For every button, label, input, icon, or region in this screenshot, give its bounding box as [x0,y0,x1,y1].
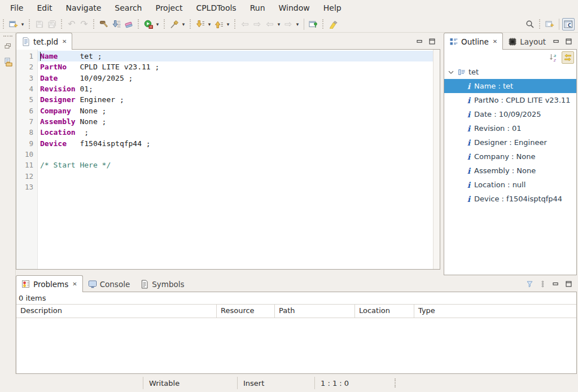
toolbar-drag-handle[interactable] [234,19,236,29]
erase-button[interactable] [122,18,135,30]
line-number: 3 [16,73,33,83]
cpld-perspective-button[interactable]: C [562,18,575,30]
next-edit-location-button[interactable]: ⇨ [251,18,264,30]
project-explorer-button[interactable] [2,56,14,68]
toolbar-drag-handle[interactable] [138,19,139,29]
menu-file[interactable]: File [3,1,30,15]
outline-item[interactable]: iDesigner : Engineer [444,135,576,149]
link-with-editor-button[interactable] [562,51,574,64]
back-dropdown-icon[interactable]: ▾ [276,21,282,27]
tab-close-icon[interactable]: ✕ [72,281,77,287]
editor-tab-close-icon[interactable]: ✕ [62,38,67,45]
search-button[interactable] [524,18,536,30]
build-button[interactable] [98,18,110,30]
menu-cpldtools[interactable]: CPLDTools [189,1,243,15]
forward-button[interactable]: ⇨ [282,18,295,30]
new-dropdown-icon[interactable]: ▾ [20,21,25,27]
menu-window[interactable]: Window [272,1,317,15]
toolbar-drag-handle[interactable] [61,19,63,29]
toolbar-drag-handle[interactable] [3,19,5,29]
editor-minimize-icon[interactable] [416,38,423,45]
toolbar-drag-handle[interactable] [164,19,165,29]
column-header-location[interactable]: Location [355,305,414,318]
outline-item[interactable]: iName : tet [444,79,576,93]
back-button[interactable]: ⇦ [264,18,276,30]
outline-root-node[interactable]: tet [444,65,576,79]
last-edit-location-button[interactable]: ⇦ [239,18,251,30]
toolbar-drag-handle[interactable] [322,19,324,29]
menu-run[interactable]: Run [243,1,272,15]
caret-position-status: 1 : 1 : 0 [314,377,391,389]
forward-dropdown-icon[interactable]: ▾ [295,21,300,27]
toolbar-drag-handle[interactable] [190,19,191,29]
svg-text:C: C [568,23,571,28]
open-perspective-button[interactable] [544,18,556,30]
problems-maximize-icon[interactable] [565,280,572,288]
view-strip-drag-handle[interactable] [3,36,12,37]
tab-outline[interactable]: Outline✕ [444,33,503,50]
line-number: 7 [16,116,33,127]
tab-symbols[interactable]: Symbols [135,276,189,292]
redo-button[interactable]: ↷ [78,18,90,30]
problems-minimize-icon[interactable] [552,280,559,288]
outline-item[interactable]: iAssembly : None [444,164,576,178]
outline-item[interactable]: iDate : 10/09/2025 [444,107,576,121]
tab-problems[interactable]: Problems✕ [16,275,83,292]
menu-navigate[interactable]: Navigate [59,1,108,15]
tab-console[interactable]: Console [83,276,135,292]
chevron-down-icon[interactable] [447,68,455,76]
next-annotation-button[interactable] [194,18,207,30]
program-device-button[interactable] [168,18,181,30]
new-button[interactable] [7,18,20,30]
undo-button[interactable]: ↶ [65,18,78,30]
menu-edit[interactable]: Edit [30,1,59,15]
mark-occurrences-button[interactable] [327,18,339,30]
toolbar-drag-handle[interactable] [93,19,95,29]
generate-button[interactable]: 011001 [110,18,122,30]
code-line: 3Date 10/09/2025 ; [38,73,433,83]
filter-icon[interactable] [526,280,533,288]
sort-button[interactable]: az [547,51,559,64]
outline-item[interactable]: iDevice : f1504isptqfp44 [444,192,576,206]
view-menu-icon[interactable] [539,280,546,288]
toolbar-right-groups: C [524,18,578,30]
previous-annotation-dropdown-icon[interactable]: ▾ [225,21,231,27]
previous-annotation-button[interactable] [213,18,225,30]
restore-view-button[interactable] [2,40,14,52]
column-header-path[interactable]: Path [275,305,355,318]
code-editor[interactable]: 1Name tet ;2PartNo CPLD LITE v23.11 ;3Da… [16,49,440,270]
menu-project[interactable]: Project [148,1,189,15]
build-icon [99,20,108,29]
outline-minimize-icon[interactable] [553,38,560,45]
toolbar-drag-handle[interactable] [29,19,30,29]
tab-close-icon[interactable]: ✕ [493,38,497,45]
tab-layout[interactable]: Layout [503,33,551,50]
menu-help[interactable]: Help [317,1,348,15]
run-button[interactable] [142,18,155,30]
save-all-button[interactable] [46,18,58,30]
toolbar-drag-handle[interactable] [539,19,541,29]
outline-maximize-icon[interactable] [565,38,572,45]
menu-search[interactable]: Search [108,1,148,15]
overview-ruler[interactable] [433,50,440,269]
editor-tab-tet-pld[interactable]: tet.pld ✕ [16,33,72,50]
run-dropdown-icon[interactable]: ▾ [155,21,160,27]
pin-editor-button[interactable] [307,18,319,30]
next-annotation-dropdown-icon[interactable]: ▾ [207,21,212,27]
status-bar-drag-handle[interactable] [395,378,396,387]
column-header-resource[interactable]: Resource [217,305,275,318]
save-button[interactable] [33,18,46,30]
editor-maximize-icon[interactable] [428,38,436,45]
info-icon: i [466,82,471,91]
outline-item-label: Company : None [474,152,535,161]
program-device-dropdown-icon[interactable]: ▾ [181,21,186,27]
outline-item[interactable]: iRevision : 01 [444,121,576,135]
outline-item[interactable]: iCompany : None [444,149,576,164]
main-toolbar: ▾↶↷011001▾▾▾▾⇦⇨⇦▾⇨▾ C [0,16,578,33]
column-header-type[interactable]: Type [414,305,576,318]
outline-item[interactable]: iLocation : null [444,178,576,192]
info-icon: i [466,138,471,147]
column-header-description[interactable]: Description [16,305,217,318]
insert-mode-status: Insert [237,377,314,389]
outline-item[interactable]: iPartNo : CPLD LITE v23.11 [444,93,576,107]
